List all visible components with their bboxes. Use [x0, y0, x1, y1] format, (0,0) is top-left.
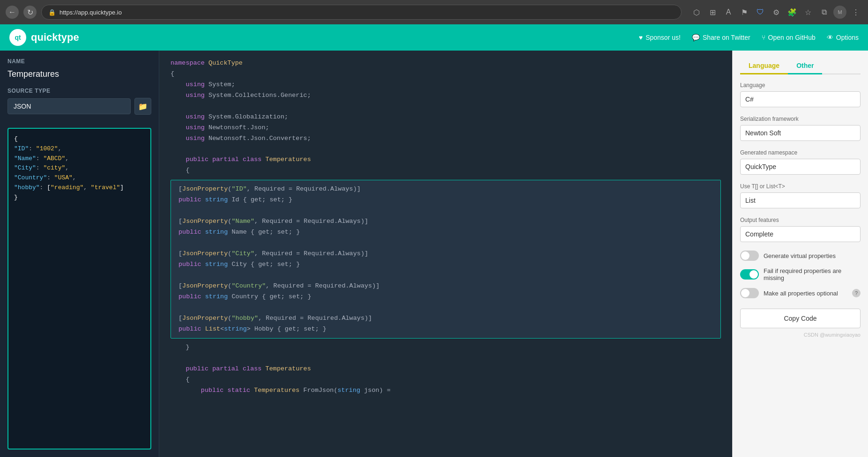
code-line: using System.Globalization;	[171, 112, 721, 123]
namespace-option-group: Generated namespace	[740, 149, 861, 175]
options-button[interactable]: 👁 Options	[827, 34, 859, 41]
browser-chrome: ← ↻ 🔒 https://app.quicktype.io ⬡ ⊞ A ⚑ 🛡…	[0, 0, 868, 24]
tab-row: Language Other	[740, 58, 861, 74]
address-bar: 🔒 https://app.quicktype.io	[41, 5, 682, 20]
code-line: public partial class Temperatures	[171, 155, 721, 165]
heart-icon: ♥	[639, 34, 643, 41]
lock-icon: 🔒	[48, 9, 56, 16]
array-type-select[interactable]: List Array	[740, 192, 861, 208]
output-features-select[interactable]: Complete Just types Just serializer	[740, 226, 861, 242]
code-line: {	[171, 69, 721, 80]
github-icon: ⑂	[762, 34, 765, 41]
code-line: public List<string> Hobby { get; set; }	[178, 324, 713, 335]
toggle-optional-label: Make all properties optional	[764, 290, 847, 297]
toggle-optional-row: Make all properties optional ?	[740, 288, 861, 298]
tab-language[interactable]: Language	[740, 58, 788, 74]
source-type-section: Source type JSON JSON Schema TypeScript …	[7, 88, 151, 120]
file-button[interactable]: 📁	[134, 98, 151, 115]
copy-code-button[interactable]: Copy Code	[740, 309, 861, 328]
toggle-required-row: Fail if required properties are missing	[740, 267, 861, 281]
code-line: using System.Collections.Generic;	[171, 90, 721, 101]
code-panel: namespace QuickType { using System; usin…	[159, 51, 732, 457]
profile-button[interactable]: M	[833, 6, 846, 19]
name-section: Name	[7, 58, 151, 80]
serialization-select[interactable]: Newton Soft System.Text.Json	[740, 125, 861, 141]
array-type-option-group: Use T[] or List<T> List Array	[740, 183, 861, 208]
watermark: CSDN @wumingxiaoyao	[740, 332, 861, 338]
eye-icon: 👁	[827, 34, 833, 41]
twitter-icon: 💬	[692, 34, 700, 41]
toggle-optional[interactable]	[740, 288, 759, 298]
cast-icon[interactable]: ⬡	[690, 6, 703, 19]
header-actions: ♥ Sponsor us! 💬 Share on Twitter ⑂ Open …	[639, 34, 859, 41]
name-input[interactable]	[7, 68, 151, 80]
toggle-required-label: Fail if required properties are missing	[764, 267, 861, 281]
left-panel: Name Source type JSON JSON Schema TypeSc…	[0, 51, 159, 457]
code-line: public static Temperatures FromJson(stri…	[171, 385, 721, 396]
app-name: quicktype	[31, 31, 79, 44]
code-line: public string Id { get; set; }	[178, 195, 713, 206]
code-line: using Newtonsoft.Json.Converters;	[171, 133, 721, 144]
code-line: namespace QuickType	[171, 58, 721, 69]
help-icon[interactable]: ?	[852, 289, 861, 297]
serialization-option-group: Serialization framework Newton Soft Syst…	[740, 116, 861, 141]
tab-other[interactable]: Other	[788, 58, 822, 74]
toggle-required[interactable]	[740, 269, 759, 280]
language-select[interactable]: C# Go Rust Python TypeScript Java Kotlin…	[740, 91, 861, 107]
right-panel: Language Other Language C# Go Rust Pytho…	[732, 51, 868, 457]
code-line: using System;	[171, 80, 721, 90]
refresh-button[interactable]: ↻	[23, 6, 37, 19]
language-option-group: Language C# Go Rust Python TypeScript Ja…	[740, 82, 861, 107]
language-label: Language	[740, 82, 861, 88]
output-features-option-group: Output features Complete Just types Just…	[740, 217, 861, 242]
namespace-label: Generated namespace	[740, 149, 861, 156]
logo-area: qt quicktype	[9, 29, 639, 46]
app-header: qt quicktype ♥ Sponsor us! 💬 Share on Tw…	[0, 24, 868, 51]
output-features-label: Output features	[740, 217, 861, 223]
twitter-button[interactable]: 💬 Share on Twitter	[692, 34, 750, 41]
more-icon[interactable]: ⋮	[849, 6, 862, 19]
source-type-row: JSON JSON Schema TypeScript GraphQL 📁	[7, 98, 151, 115]
adblock-icon[interactable]: 🛡	[754, 6, 767, 19]
code-line: [JsonProperty("Country", Required = Requ…	[178, 281, 713, 292]
code-line: public partial class Temperatures	[171, 364, 721, 375]
main-layout: Name Source type JSON JSON Schema TypeSc…	[0, 51, 868, 457]
grid-icon[interactable]: ⊞	[706, 6, 719, 19]
toggle-virtual[interactable]	[740, 251, 759, 261]
array-type-label: Use T[] or List<T>	[740, 183, 861, 190]
serialization-label: Serialization framework	[740, 116, 861, 122]
code-line: public string Name { get; set; }	[178, 227, 713, 238]
toggle-virtual-label: Generate virtual properties	[764, 252, 861, 259]
translate-icon[interactable]: ⚑	[738, 6, 751, 19]
code-line: [JsonProperty("ID", Required = Required.…	[178, 184, 713, 195]
bookmark-icon[interactable]: ☆	[801, 6, 815, 19]
namespace-input[interactable]	[740, 159, 861, 175]
settings-icon[interactable]: ⚙	[770, 6, 783, 19]
code-line: [JsonProperty("hobby", Required = Requir…	[178, 313, 713, 324]
github-button[interactable]: ⑂ Open on GitHub	[762, 34, 816, 41]
browser-actions: ⬡ ⊞ A ⚑ 🛡 ⚙ 🧩 ☆ ⧉ M ⋮	[690, 6, 862, 19]
extension-icon[interactable]: 🧩	[786, 6, 799, 19]
code-line: [JsonProperty("Name", Required = Require…	[178, 216, 713, 227]
code-line: {	[171, 165, 721, 176]
json-editor[interactable]: { "ID": "1002", "Name": "ABCD", "City": …	[7, 128, 151, 450]
name-label: Name	[7, 58, 151, 65]
url-text: https://app.quicktype.io	[59, 9, 122, 16]
source-type-label: Source type	[7, 88, 151, 94]
code-line: using Newtonsoft.Json;	[171, 123, 721, 133]
back-button[interactable]: ←	[6, 6, 19, 19]
font-icon[interactable]: A	[722, 6, 735, 19]
toggle-virtual-row: Generate virtual properties	[740, 251, 861, 261]
source-type-select[interactable]: JSON JSON Schema TypeScript GraphQL	[7, 98, 131, 114]
code-line: public string Country { get; set; }	[178, 292, 713, 302]
code-line: public string City { get; set; }	[178, 259, 713, 270]
tabs-icon[interactable]: ⧉	[817, 6, 831, 19]
sponsor-button[interactable]: ♥ Sponsor us!	[639, 34, 681, 41]
property-box: [JsonProperty("ID", Required = Required.…	[171, 180, 721, 339]
code-line: {	[171, 375, 721, 385]
code-line: [JsonProperty("City", Required = Require…	[178, 249, 713, 259]
code-line: }	[171, 342, 721, 353]
logo-icon: qt	[9, 29, 26, 46]
